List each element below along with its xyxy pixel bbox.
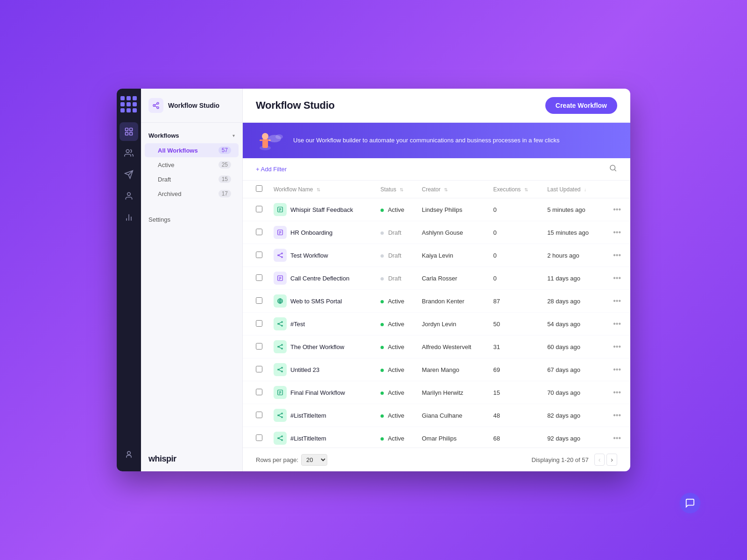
- workflows-table: Workflow Name ⇅ Status ⇅ Creator ⇅ Execu…: [243, 181, 630, 448]
- sidebar-item-archived-count: 17: [218, 190, 231, 197]
- chat-button[interactable]: [680, 493, 700, 513]
- row-updated-cell: 15 minutes ago: [542, 221, 604, 244]
- svg-point-63: [282, 367, 282, 368]
- sidebar-item-active[interactable]: Active 25: [145, 158, 239, 172]
- sidebar-item-draft[interactable]: Draft 15: [145, 172, 239, 186]
- row-checkbox-4[interactable]: [256, 297, 262, 304]
- svg-line-86: [280, 439, 282, 440]
- row-checkbox-cell: [243, 290, 268, 313]
- workflow-name[interactable]: #ListTitleItem: [290, 412, 326, 419]
- svg-line-52: [280, 322, 282, 323]
- row-more-button[interactable]: •••: [609, 341, 625, 353]
- row-more-button[interactable]: •••: [609, 386, 625, 399]
- workflow-name[interactable]: Untitled 23: [290, 366, 319, 373]
- workflow-name[interactable]: Whispir Staff Feedback: [290, 206, 353, 213]
- workflow-type-icon: [274, 294, 287, 308]
- row-actions-cell: •••: [604, 313, 630, 336]
- col-creator[interactable]: Creator ⇅: [416, 181, 487, 198]
- row-checkbox-9[interactable]: [256, 412, 262, 418]
- svg-point-14: [157, 107, 159, 109]
- nav-icon-analytics[interactable]: [120, 208, 138, 227]
- row-more-button[interactable]: •••: [609, 409, 625, 421]
- sort-updated-icon: ↓: [584, 187, 586, 192]
- nav-icon-messages[interactable]: [120, 165, 138, 184]
- svg-point-4: [126, 150, 129, 153]
- row-more-button[interactable]: •••: [609, 226, 625, 238]
- sidebar-section-label: Workflows: [148, 132, 179, 139]
- row-checkbox-1[interactable]: [256, 229, 262, 235]
- col-status[interactable]: Status ⇅: [375, 181, 416, 198]
- row-more-button[interactable]: •••: [609, 318, 625, 330]
- svg-rect-0: [126, 128, 128, 131]
- svg-point-13: [153, 105, 155, 106]
- row-checkbox-cell: [243, 381, 268, 404]
- row-name-cell: #Test: [268, 313, 375, 336]
- row-checkbox-cell: [243, 336, 268, 358]
- row-checkbox-8[interactable]: [256, 389, 262, 395]
- sidebar-settings[interactable]: Settings: [141, 210, 242, 229]
- nav-icon-users[interactable]: [120, 187, 138, 205]
- row-more-button[interactable]: •••: [609, 364, 625, 376]
- status-dot-icon: [381, 254, 384, 258]
- sidebar-item-archived[interactable]: Archived 17: [145, 187, 239, 201]
- nav-icon-workflows[interactable]: [120, 122, 138, 141]
- row-more-button[interactable]: •••: [609, 295, 625, 307]
- nav-icon-profile[interactable]: [120, 445, 138, 464]
- svg-point-35: [282, 253, 282, 254]
- creator-name: Alfredo Westervelt: [422, 343, 471, 350]
- workflow-name[interactable]: #ListTitleItem: [290, 435, 326, 442]
- sidebar-item-all-workflows[interactable]: All Workflows 57: [145, 143, 239, 157]
- prev-page-button[interactable]: ‹: [594, 454, 605, 466]
- workflow-name[interactable]: Web to SMS Portal: [290, 298, 342, 305]
- sidebar-title: Workflow Studio: [168, 102, 219, 109]
- row-updated-cell: 2 hours ago: [542, 244, 604, 267]
- executions-value: 0: [493, 275, 497, 282]
- workflow-name[interactable]: Call Centre Deflection: [290, 275, 349, 282]
- row-more-button[interactable]: •••: [609, 432, 625, 444]
- add-filter-button[interactable]: + Add Filter: [256, 166, 287, 173]
- select-all-checkbox[interactable]: [256, 185, 262, 192]
- svg-line-85: [279, 438, 280, 439]
- next-page-button[interactable]: ›: [606, 454, 617, 466]
- svg-line-59: [280, 345, 282, 346]
- row-checkbox-2[interactable]: [256, 252, 262, 258]
- banner-illustration: [256, 130, 284, 151]
- sidebar-item-draft-count: 15: [218, 175, 231, 183]
- col-last-updated[interactable]: Last Updated ↓: [542, 181, 604, 198]
- pagination-bar: Rows per page: 20 50 100 Displaying 1-20…: [243, 448, 630, 471]
- info-banner: Use our Workflow builder to automate you…: [243, 123, 630, 158]
- row-checkbox-5[interactable]: [256, 320, 262, 327]
- sidebar: Workflow Studio Workflows ▾ All Workflow…: [141, 89, 243, 471]
- search-button[interactable]: [609, 164, 617, 175]
- workflow-name[interactable]: Final Final Workflow: [290, 389, 345, 396]
- svg-point-49: [282, 322, 282, 322]
- row-more-button[interactable]: •••: [609, 249, 625, 261]
- row-more-button[interactable]: •••: [609, 203, 625, 216]
- sidebar-section-workflows[interactable]: Workflows ▾: [141, 130, 242, 143]
- row-checkbox-7[interactable]: [256, 366, 262, 372]
- svg-point-81: [282, 436, 282, 437]
- row-checkbox-10[interactable]: [256, 434, 262, 441]
- table-body: Whispir Staff Feedback Active Lindsey Ph…: [243, 198, 630, 448]
- workflow-name[interactable]: Test Workflow: [290, 252, 328, 259]
- col-workflow-name[interactable]: Workflow Name ⇅: [268, 181, 375, 198]
- nav-icon-contacts[interactable]: [120, 144, 138, 162]
- status-text: Active: [388, 343, 404, 350]
- row-actions-cell: •••: [604, 404, 630, 427]
- row-creator-cell: Marilyn Herwitz: [416, 381, 487, 404]
- svg-line-66: [280, 368, 282, 369]
- row-checkbox-3[interactable]: [256, 274, 262, 281]
- status-dot-icon: [381, 300, 384, 303]
- row-checkbox-0[interactable]: [256, 206, 262, 212]
- rows-per-page-select[interactable]: 20 50 100: [301, 454, 327, 466]
- create-workflow-button[interactable]: Create Workflow: [545, 97, 617, 114]
- row-checkbox-6[interactable]: [256, 343, 262, 350]
- row-more-button[interactable]: •••: [609, 272, 625, 284]
- status-text: Active: [388, 389, 404, 396]
- workflow-name[interactable]: #Test: [290, 321, 305, 328]
- workflow-name[interactable]: HR Onboarding: [290, 229, 332, 236]
- svg-point-64: [282, 371, 282, 372]
- col-executions[interactable]: Executions ⇅: [488, 181, 542, 198]
- workflow-name[interactable]: The Other Workflow: [290, 343, 344, 350]
- row-status-cell: Draft: [375, 244, 416, 267]
